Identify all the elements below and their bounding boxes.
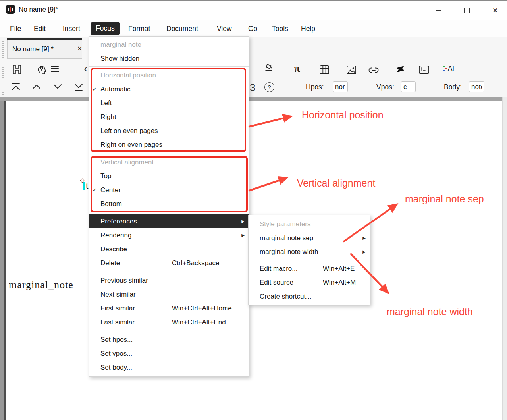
image-icon[interactable] — [346, 65, 357, 75]
menu-separator — [89, 66, 249, 67]
menu-header-marginal-note: marginal note — [89, 38, 249, 52]
toolbar2-drag-handle[interactable] — [2, 81, 4, 96]
shortcut-label: Win+Ctrl+Alt+End — [172, 315, 226, 329]
submenu-item-marginal-note-width[interactable]: marginal note width▶ — [249, 245, 370, 259]
hpos-label: Hpos: — [306, 82, 324, 92]
maximize-icon — [464, 8, 470, 13]
menu-format[interactable]: Format — [128, 23, 150, 34]
ai-icon[interactable]: AI — [443, 65, 454, 73]
submenu-item-marginal-note-sep[interactable]: marginal note sep▶ — [249, 231, 370, 245]
vpos-input[interactable] — [401, 81, 416, 92]
flag-icon[interactable] — [395, 65, 405, 74]
menu-item-set-hpos[interactable]: Set hpos... — [89, 333, 249, 347]
ai-dot-red — [445, 68, 447, 69]
menu-go[interactable]: Go — [248, 23, 257, 34]
app-window: No name [9]* ✕ File Edit Insert Focus Fo… — [0, 0, 507, 420]
submenu-header-style-parameters: Style parameters — [249, 217, 370, 231]
menu-item-rendering[interactable]: Rendering▶ — [89, 228, 249, 242]
menu-item-preferences[interactable]: Preferences▶ — [89, 214, 249, 228]
toolbar-divider — [285, 62, 285, 79]
menu-file[interactable]: File — [10, 23, 21, 34]
menu-edit[interactable]: Edit — [34, 23, 46, 34]
annotation-label-vertical-alignment: Vertical alignment — [297, 177, 375, 189]
annotation-label-horizontal-position: Horizontal position — [302, 109, 384, 121]
menu-item-set-vpos[interactable]: Set vpos... — [89, 347, 249, 360]
minimize-icon — [436, 10, 441, 11]
go-down-icon[interactable] — [53, 83, 62, 90]
document-text: marginal_note — [9, 279, 73, 291]
vpos-label: Vpos: — [376, 82, 394, 92]
clipped-chevron-icon[interactable]: ‹ — [84, 62, 87, 75]
menubar: File Edit Insert Focus Format Document V… — [0, 20, 507, 37]
jump-bottom-icon[interactable] — [74, 82, 83, 92]
ai-label: AI — [448, 65, 454, 73]
maximize-button[interactable] — [461, 5, 472, 15]
submenu-caret-icon: ▶ — [362, 231, 366, 245]
annotation-box-vertical-alignment — [91, 156, 248, 212]
document-tab[interactable]: No name [9] * ✕ — [7, 38, 82, 59]
clipped-toolbar-glyph[interactable]: 3 — [250, 81, 255, 94]
menu-item-delete[interactable]: DeleteCtrl+Backspace — [89, 256, 249, 270]
page-edge-shadow — [4, 101, 6, 420]
menu-help[interactable]: Help — [301, 23, 315, 34]
header-structure-icon[interactable] — [12, 64, 22, 75]
menu-gap — [89, 152, 249, 155]
menu-document[interactable]: Document — [166, 23, 198, 34]
ai-dot-blue — [443, 70, 445, 71]
menu-separator — [89, 331, 249, 331]
ink-bottle-icon[interactable] — [264, 63, 275, 75]
menu-item-next-similar[interactable]: Next similar — [89, 287, 249, 301]
toolbar1-drag-handle[interactable] — [2, 62, 4, 79]
document-cursor-char: t — [86, 180, 89, 191]
menu-item-previous-similar[interactable]: Previous similar — [89, 274, 249, 287]
table-icon[interactable] — [319, 65, 330, 75]
document-top-band — [0, 97, 503, 101]
hpos-input[interactable] — [333, 81, 348, 92]
menu-separator — [249, 260, 370, 260]
jump-top-icon[interactable] — [11, 82, 21, 92]
submenu-item-edit-macro[interactable]: Edit macro...Win+Alt+E — [249, 262, 370, 276]
thinking-head-icon[interactable] — [37, 64, 48, 75]
annotation-label-marginal-note-sep: marginal note sep — [405, 193, 484, 205]
body-input[interactable] — [469, 81, 484, 92]
link-icon[interactable] — [368, 66, 380, 74]
app-icon — [6, 5, 15, 14]
shortcut-label: Win+Ctrl+Alt+Home — [172, 301, 232, 315]
submenu-item-edit-source[interactable]: Edit sourceWin+Alt+M — [249, 276, 370, 289]
menu-view[interactable]: View — [217, 23, 232, 34]
go-up-icon[interactable] — [32, 83, 41, 90]
menu-insert[interactable]: Insert — [63, 23, 80, 34]
submenu-item-create-shortcut[interactable]: Create shortcut... — [249, 289, 370, 303]
text-caret — [83, 182, 85, 190]
terminal-icon[interactable] — [418, 65, 430, 75]
tab-label: No name [9] * — [12, 45, 54, 53]
window-title: No name [9]* — [19, 6, 58, 13]
annotation-label-marginal-note-width: marginal note width — [387, 306, 473, 318]
math-pi-icon[interactable]: π — [294, 62, 300, 75]
toolbar-area: No name [9] * ✕ ‹ — [0, 37, 507, 97]
titlebar: No name [9]* ✕ — [0, 1, 507, 20]
body-label: Body: — [444, 82, 462, 92]
submenu-caret-icon: ▶ — [362, 245, 366, 259]
tabbar-drag-handle[interactable] — [2, 41, 4, 58]
menu-tools[interactable]: Tools — [272, 23, 288, 34]
menu-item-describe[interactable]: Describe — [89, 242, 249, 256]
shortcut-label: Ctrl+Backspace — [172, 256, 220, 270]
preferences-submenu: Style parameters marginal note sep▶ marg… — [248, 215, 370, 305]
minimize-button[interactable] — [433, 5, 445, 15]
vertical-scrollbar[interactable] — [502, 97, 507, 420]
tab-close-icon[interactable]: ✕ — [77, 45, 82, 52]
page-left-margin — [0, 101, 4, 420]
close-button[interactable]: ✕ — [489, 5, 501, 15]
menu-focus-active[interactable]: Focus — [91, 22, 120, 35]
menu-item-first-similar[interactable]: First similarWin+Ctrl+Alt+Home — [89, 301, 249, 315]
help-icon[interactable]: ? — [264, 82, 274, 92]
submenu-caret-icon: ▶ — [241, 214, 245, 228]
menu-item-last-similar[interactable]: Last similarWin+Ctrl+Alt+End — [89, 315, 249, 329]
hamburger-menu-icon[interactable] — [51, 65, 59, 73]
menu-item-set-body[interactable]: Set body... — [89, 360, 249, 374]
submenu-caret-icon: ▶ — [241, 228, 245, 242]
menu-item-show-hidden[interactable]: Show hidden — [89, 52, 249, 66]
ai-dot-green — [443, 66, 445, 67]
menu-separator — [89, 272, 249, 272]
